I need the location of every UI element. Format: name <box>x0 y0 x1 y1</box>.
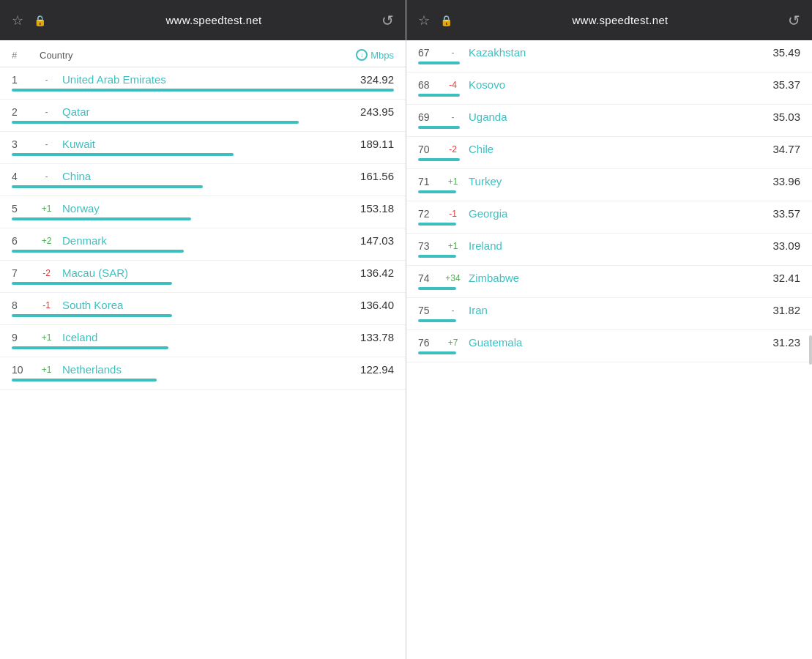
speed-value: 35.49 <box>772 46 800 59</box>
right-star-icon[interactable]: ☆ <box>418 12 430 29</box>
speed-value: 33.57 <box>772 207 800 220</box>
rank-number: 67 <box>418 47 440 59</box>
speed-value: 161.56 <box>360 170 394 182</box>
table-row: 72 -1 Georgia 33.57 <box>406 201 812 234</box>
country-name[interactable]: Iceland <box>59 331 360 343</box>
speed-bar <box>12 282 172 285</box>
bar-container <box>12 247 394 257</box>
rank-number: 10 <box>12 364 34 376</box>
country-name[interactable]: Macau (SAR) <box>59 267 360 279</box>
country-name[interactable]: Kazakhstan <box>466 46 772 59</box>
table-row: 70 -2 Chile 34.77 <box>406 137 812 169</box>
speed-bar <box>12 314 172 317</box>
table-row: 74 +34 Zimbabwe 32.41 <box>406 266 812 298</box>
speed-bar <box>418 158 460 161</box>
rank-change: +2 <box>34 236 59 246</box>
speed-value: 33.96 <box>772 175 800 187</box>
left-refresh-icon[interactable]: ↺ <box>381 12 394 29</box>
country-name[interactable]: Netherlands <box>59 363 360 376</box>
rank-change: +1 <box>440 241 466 251</box>
bar-container <box>12 376 394 386</box>
table-row: 69 - Uganda 35.03 <box>406 105 812 137</box>
rank-number: 71 <box>418 176 440 187</box>
rank-change: - <box>34 171 59 182</box>
speed-value: 189.11 <box>360 138 394 150</box>
rank-number: 75 <box>418 305 440 316</box>
speed-value: 33.09 <box>772 239 800 252</box>
country-name[interactable]: Norway <box>59 202 360 215</box>
bar-container <box>418 123 800 133</box>
table-row: 5 +1 Norway 153.18 <box>0 196 406 228</box>
rank-change: -1 <box>34 300 59 310</box>
right-content: 67 - Kazakhstan 35.49 68 -4 Kosovo 35.37… <box>406 40 812 659</box>
rank-change: - <box>34 75 59 85</box>
rank-change: -2 <box>440 144 466 154</box>
rank-change: -4 <box>440 80 466 90</box>
speed-bar <box>418 94 460 97</box>
speed-bar <box>12 185 203 188</box>
country-name[interactable]: Iran <box>466 304 772 316</box>
rank-number: 4 <box>12 171 34 182</box>
speed-bar <box>418 351 456 354</box>
speed-value: 243.95 <box>360 105 394 118</box>
table-row: 73 +1 Ireland 33.09 <box>406 234 812 266</box>
speed-bar <box>12 89 394 92</box>
country-name[interactable]: Kosovo <box>466 78 772 91</box>
right-lock-icon: 🔒 <box>440 15 452 26</box>
country-name[interactable]: United Arab Emirates <box>59 73 360 86</box>
speed-bar <box>12 121 299 124</box>
table-row: 10 +1 Netherlands 122.94 <box>0 357 406 390</box>
speed-value: 147.03 <box>360 234 394 247</box>
country-name[interactable]: Turkey <box>466 175 772 187</box>
table-row: 76 +7 Guatemala 31.23 <box>406 330 812 362</box>
country-name[interactable]: Zimbabwe <box>466 272 772 284</box>
country-name[interactable]: Kuwait <box>59 138 360 150</box>
table-row: 9 +1 Iceland 133.78 <box>0 325 406 357</box>
left-browser-left-icons: ☆ 🔒 <box>12 12 46 29</box>
country-name[interactable]: Georgia <box>466 207 772 220</box>
rank-number: 7 <box>12 267 34 279</box>
bar-container <box>418 316 800 327</box>
speed-bar <box>418 287 456 290</box>
country-name[interactable]: Uganda <box>466 111 772 123</box>
header-country: Country <box>34 50 356 61</box>
speed-value: 136.42 <box>360 267 394 279</box>
speed-bar <box>12 153 234 156</box>
speed-bar <box>418 126 460 129</box>
table-row: 6 +2 Denmark 147.03 <box>0 228 406 261</box>
country-name[interactable]: Chile <box>466 143 772 155</box>
bar-container <box>12 150 394 160</box>
country-name[interactable]: South Korea <box>59 299 360 311</box>
speed-value: 324.92 <box>360 73 394 86</box>
country-name[interactable]: Denmark <box>59 234 360 247</box>
rank-number: 5 <box>12 203 34 215</box>
scrollbar[interactable] <box>809 335 812 365</box>
speed-bar <box>418 62 460 64</box>
table-row: 1 - United Arab Emirates 324.92 <box>0 67 406 100</box>
left-lock-icon: 🔒 <box>34 15 46 26</box>
rank-change: +1 <box>34 365 59 375</box>
bar-container <box>418 59 800 69</box>
right-refresh-icon[interactable]: ↺ <box>788 12 800 29</box>
rank-change: +1 <box>34 332 59 343</box>
bar-container <box>12 118 394 128</box>
left-content: # Country ↓ Mbps 1 - United Arab Emirate… <box>0 40 406 659</box>
left-star-icon[interactable]: ☆ <box>12 12 23 29</box>
table-row: 2 - Qatar 243.95 <box>0 100 406 132</box>
speed-value: 133.78 <box>360 331 394 343</box>
speed-bar <box>12 346 168 349</box>
left-url-bar[interactable]: www.speedtest.net <box>165 14 261 26</box>
bar-container <box>418 91 800 101</box>
country-name[interactable]: Qatar <box>59 105 360 118</box>
rank-number: 74 <box>418 272 440 284</box>
speed-value: 35.03 <box>772 111 800 123</box>
speed-value: 31.82 <box>772 304 800 316</box>
rank-number: 3 <box>12 138 34 150</box>
country-name[interactable]: China <box>59 170 360 182</box>
speed-bar <box>12 379 157 381</box>
right-panel: ☆ 🔒 www.speedtest.net ↺ 67 - Kazakhstan … <box>406 0 812 659</box>
country-name[interactable]: Ireland <box>466 239 772 252</box>
country-name[interactable]: Guatemala <box>466 336 772 349</box>
table-row: 3 - Kuwait 189.11 <box>0 132 406 164</box>
right-url-bar[interactable]: www.speedtest.net <box>572 14 668 26</box>
